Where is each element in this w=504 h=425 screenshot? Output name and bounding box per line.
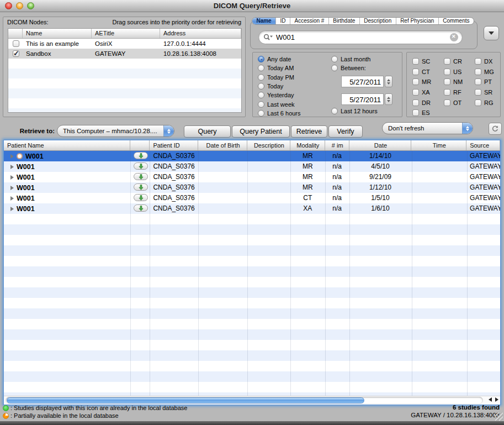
radio-icon xyxy=(331,56,338,62)
disclosure-triangle-icon[interactable] xyxy=(10,186,14,190)
modality-checkbox-dr[interactable] xyxy=(412,99,419,106)
retrieve-study-button[interactable] xyxy=(134,183,148,191)
modality-checkbox-mg[interactable] xyxy=(475,69,481,75)
modality-checkbox-ot[interactable] xyxy=(444,99,450,106)
disclosure-triangle-icon[interactable] xyxy=(10,165,14,169)
modality-checkbox-sc[interactable] xyxy=(412,58,419,65)
study-row[interactable]: W001CNDA_S0376MRn/a1/14/10GATEWAY xyxy=(4,151,500,161)
nodes-column-header-address[interactable]: Address xyxy=(160,29,241,38)
tab-accession[interactable]: Accession # xyxy=(290,18,329,24)
modality-checkbox-mr[interactable] xyxy=(412,78,419,85)
column-header-patient-id[interactable]: Patient ID xyxy=(150,140,198,150)
disclosure-triangle-icon[interactable] xyxy=(10,154,14,159)
nodes-column-header-checkbox[interactable] xyxy=(8,29,23,38)
retrieve-study-button[interactable] xyxy=(134,194,148,201)
modality-checkbox-ct[interactable] xyxy=(412,69,419,75)
disclosure-triangle-icon[interactable] xyxy=(10,196,14,201)
tab-description[interactable]: Description xyxy=(360,18,396,24)
column-header-modality[interactable]: Modality xyxy=(290,140,325,150)
study-row[interactable]: W001CNDA_S0376CTn/a1/5/10GATEWAY xyxy=(4,193,500,203)
horizontal-scrollbar[interactable] xyxy=(4,396,500,405)
disclosure-triangle-icon[interactable] xyxy=(10,175,14,180)
node-enabled-checkbox[interactable] xyxy=(13,40,19,47)
radio-icon xyxy=(258,56,264,62)
column-header-im[interactable]: # im xyxy=(325,140,349,150)
between-from-date-field[interactable]: 5/27/2011 xyxy=(341,76,384,87)
study-row[interactable]: W001CNDA_S0376XAn/a1/6/10GATEWAY xyxy=(4,203,500,214)
refresh-icon xyxy=(491,125,499,133)
disclosure-triangle-icon[interactable] xyxy=(10,207,14,211)
modality-checkbox-dx[interactable] xyxy=(475,58,481,65)
column-header-description[interactable]: Description xyxy=(247,140,290,150)
modality-checkbox-nm[interactable] xyxy=(444,78,450,85)
study-row[interactable]: W001CNDA_S0376MRn/a1/12/10GATEWAY xyxy=(4,182,500,193)
tab-comments[interactable]: Comments xyxy=(439,18,474,24)
modality-checkbox-sr[interactable] xyxy=(475,89,481,96)
modality-item-nm: NM xyxy=(444,77,463,87)
from-date-stepper[interactable] xyxy=(385,76,392,87)
column-header-date-of-birth[interactable]: Date of Birth xyxy=(198,140,247,150)
study-row[interactable]: W001CNDA_S0376MRn/a4/5/10GATEWAY xyxy=(4,161,500,172)
query-button[interactable]: Query xyxy=(184,125,231,138)
resize-grip[interactable] xyxy=(495,413,503,421)
scrollbar-thumb[interactable] xyxy=(7,397,364,403)
retrieve-study-button[interactable] xyxy=(134,162,148,170)
scroll-right-icon[interactable] xyxy=(495,397,498,402)
refresh-mode-select[interactable]: Don't refresh xyxy=(382,122,473,134)
retrieve-to-label: Retrieve to: xyxy=(0,128,55,134)
modality-checkbox-pt[interactable] xyxy=(475,78,481,85)
tab-ref-physician[interactable]: Ref Physician xyxy=(396,18,439,24)
between-to-date-field[interactable]: 5/27/2011 xyxy=(341,93,384,105)
popup-stepper-icon xyxy=(462,123,473,134)
column-header-time[interactable]: Time xyxy=(411,140,466,150)
search-icon[interactable] xyxy=(263,34,273,41)
tab-id[interactable]: ID xyxy=(276,18,290,24)
dicom-node-row[interactable]: This is an exampleOsiriX127.0.0.1:4444 xyxy=(8,39,241,49)
num-images-cell: n/a xyxy=(325,161,349,172)
modality-checkbox-rg[interactable] xyxy=(475,99,481,106)
retrieve-study-button[interactable] xyxy=(134,173,148,180)
nodes-column-header-name[interactable]: Name xyxy=(23,29,92,38)
clear-search-icon[interactable] xyxy=(450,33,458,41)
patient-name: W001 xyxy=(17,195,35,202)
date-radio-last-12-hours[interactable]: Last 12 hours xyxy=(331,107,378,116)
results-table-body: W001CNDA_S0376MRn/a1/14/10GATEWAYW001CND… xyxy=(4,151,500,396)
tab-birthdate[interactable]: Birthdate xyxy=(329,18,360,24)
date-radio-last-week[interactable]: Last week xyxy=(258,99,301,108)
retrieve-arrow-icon xyxy=(139,164,144,169)
date-radio-between[interactable]: Between: xyxy=(331,64,370,72)
verify-button[interactable]: Verify xyxy=(328,125,363,138)
modality-checkbox-xa[interactable] xyxy=(412,89,419,96)
date-radio-any-date[interactable]: Any date xyxy=(258,55,301,64)
column-header-status-button[interactable] xyxy=(130,140,150,150)
tab-name[interactable]: Name xyxy=(252,18,276,24)
retrieve-study-button[interactable] xyxy=(134,204,148,212)
retrieve-to-select[interactable]: This Computer – mhmac/10.28.... xyxy=(57,125,174,137)
modality-checkbox-es[interactable] xyxy=(412,109,419,116)
node-enabled-checkbox[interactable] xyxy=(13,50,19,57)
modality-checkbox-rf[interactable] xyxy=(444,89,450,96)
date-radio-today-am[interactable]: Today AM xyxy=(258,64,301,72)
date-radio-today-pm[interactable]: Today PM xyxy=(258,73,301,82)
date-radio-yesterday[interactable]: Yesterday xyxy=(258,91,301,99)
modality-checkbox-us[interactable] xyxy=(444,69,450,75)
date-radio-last-6-hours[interactable]: Last 6 hours xyxy=(258,109,301,118)
nodes-column-header-aetitle[interactable]: AETitle xyxy=(92,29,160,38)
date-radio-today[interactable]: Today xyxy=(258,82,301,91)
modality-checkbox-cr[interactable] xyxy=(444,58,450,65)
options-disclosure-button[interactable] xyxy=(484,26,499,40)
search-input[interactable]: W001 xyxy=(258,30,463,44)
scrollbar-track[interactable] xyxy=(6,397,483,404)
column-header-date[interactable]: Date xyxy=(349,140,412,150)
column-header-patient-name[interactable]: Patient Name xyxy=(4,140,130,150)
column-header-source[interactable]: Source xyxy=(466,140,500,150)
query-patient-button[interactable]: Query Patient xyxy=(232,125,290,138)
dicom-node-row[interactable]: SandboxGATEWAY10.28.16.138:4008 xyxy=(8,49,241,59)
date-radio-last-month[interactable]: Last month xyxy=(331,55,370,64)
refresh-button[interactable] xyxy=(489,123,502,135)
to-date-stepper[interactable] xyxy=(385,93,392,105)
retrieve-button[interactable]: Retrieve xyxy=(291,125,327,138)
study-row[interactable]: W001CNDA_S0376MRn/a9/21/09GATEWAY xyxy=(4,172,500,182)
scroll-left-icon[interactable] xyxy=(489,397,492,402)
retrieve-study-button[interactable] xyxy=(134,152,148,159)
